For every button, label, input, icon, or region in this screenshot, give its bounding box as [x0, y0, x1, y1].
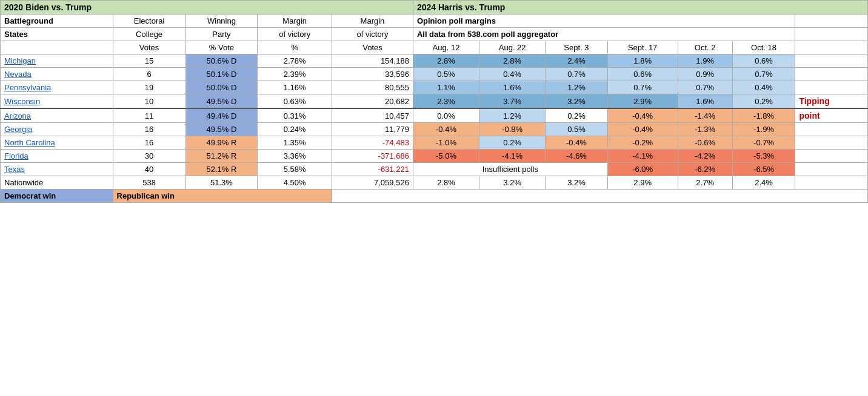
margin-votes: 33,596 [332, 68, 413, 81]
poll-sep3: -0.4% [546, 136, 607, 150]
margin-votes-label: Margin [332, 15, 413, 28]
margin-pct: 1.16% [258, 81, 332, 94]
poll-sep3: 2.4% [546, 54, 607, 68]
electoral-votes: 15 [113, 54, 185, 68]
poll-oct18: 0.6% [732, 54, 795, 68]
poll-oct2: 0.7% [678, 81, 732, 94]
nationwide-party: 51.3% [185, 176, 258, 190]
nationwide-row: Nationwide 538 51.3% 4.50% 7,059,526 2.8… [1, 176, 868, 190]
poll-sep17: -4.1% [607, 150, 678, 163]
poll-aug22: -0.8% [479, 123, 546, 136]
winning-party: 51.2% R [185, 150, 258, 163]
main-table: 2020 Biden vs. Trump 2024 Harris vs. Tru… [0, 0, 868, 203]
poll-aug12: -0.4% [413, 123, 479, 136]
poll-aug12: 0.5% [413, 68, 479, 81]
legend-dem: Democrat win [1, 190, 113, 203]
oct18-col: Oct. 18 [732, 41, 795, 54]
margin-votes: 20,682 [332, 94, 413, 109]
margin-pct: 2.39% [258, 68, 332, 81]
winning-label: Winning [185, 15, 258, 28]
table-row: Michigan1550.6% D2.78%154,1882.8%2.8%2.4… [1, 54, 868, 68]
poll-oct18: -1.8% [732, 108, 795, 123]
poll-sep17: 1.8% [607, 54, 678, 68]
tipping-point [795, 163, 868, 176]
poll-sep3: 0.2% [546, 108, 607, 123]
votes-col: Votes [113, 41, 185, 54]
poll-oct2: -1.3% [678, 123, 732, 136]
aug12-col: Aug. 12 [413, 41, 479, 54]
poll-sep17: 2.9% [607, 94, 678, 109]
poll-aug22: 1.6% [479, 81, 546, 94]
poll-aug12: 1.1% [413, 81, 479, 94]
poll-oct2: -1.4% [678, 108, 732, 123]
tipping-point: Tipping [795, 94, 868, 109]
empty-col [1, 41, 113, 54]
winning-party: 49.5% D [185, 94, 258, 109]
state-name[interactable]: Florida [1, 150, 113, 163]
state-name[interactable]: Texas [1, 163, 113, 176]
poll-sep17: 0.6% [607, 68, 678, 81]
tipping-point [795, 150, 868, 163]
electoral-votes: 19 [113, 81, 185, 94]
tipping-point [795, 68, 868, 81]
poll-oct2: -4.2% [678, 150, 732, 163]
tipping-point [795, 136, 868, 150]
state-name[interactable]: North Carolina [1, 136, 113, 150]
state-name[interactable]: Pennsylvania [1, 81, 113, 94]
margin-votes: 10,457 [332, 108, 413, 123]
opinion-poll-label: Opinion poll margins [413, 15, 795, 28]
margin-pct: 5.58% [258, 163, 332, 176]
poll-aug12: -1.0% [413, 136, 479, 150]
electoral-label: Electoral [113, 15, 185, 28]
electoral-votes: 11 [113, 108, 185, 123]
poll-oct2: -6.2% [678, 163, 732, 176]
party-label: Party [185, 28, 258, 41]
margin-votes-col: Votes [332, 41, 413, 54]
poll-oct18: -5.3% [732, 150, 795, 163]
winning-party: 49.5% D [185, 123, 258, 136]
poll-aug12: 2.8% [413, 54, 479, 68]
poll-aug22: 0.4% [479, 68, 546, 81]
nationwide-label: Nationwide [1, 176, 113, 190]
poll-sep17: -6.0% [607, 163, 678, 176]
state-name[interactable]: Arizona [1, 108, 113, 123]
poll-sep3: 1.2% [546, 81, 607, 94]
poll-sep3: 3.2% [546, 94, 607, 109]
state-name[interactable]: Nevada [1, 68, 113, 81]
poll-aug22: 2.8% [479, 54, 546, 68]
margin-votes: 80,555 [332, 81, 413, 94]
legend-rep: Republican win [113, 190, 332, 203]
nationwide-oct18: 2.4% [732, 176, 795, 190]
margin-label: Margin [258, 15, 332, 28]
electoral-votes: 30 [113, 150, 185, 163]
poll-sep17: 0.7% [607, 81, 678, 94]
tipping-point [795, 81, 868, 94]
poll-sep17: -0.2% [607, 136, 678, 150]
poll-aug22: -4.1% [479, 150, 546, 163]
poll-aug12: 2.3% [413, 94, 479, 109]
sep17-col: Sept. 17 [607, 41, 678, 54]
of-victory-label: of victory [258, 28, 332, 41]
electoral-votes: 16 [113, 123, 185, 136]
tipping-point [795, 54, 868, 68]
poll-aug12: 0.0% [413, 108, 479, 123]
state-name[interactable]: Georgia [1, 123, 113, 136]
states-label: States [1, 28, 113, 41]
tipping-point [795, 123, 868, 136]
table-row: Texas4052.1% R5.58%-631,221Insufficient … [1, 163, 868, 176]
margin-pct-col: % [258, 41, 332, 54]
state-name[interactable]: Michigan [1, 54, 113, 68]
margin-pct: 3.36% [258, 150, 332, 163]
margin-pct: 0.63% [258, 94, 332, 109]
winning-party: 50.0% D [185, 81, 258, 94]
nationwide-margin-votes: 7,059,526 [332, 176, 413, 190]
tipping-col [795, 41, 868, 54]
legend-row: Democrat win Republican win [1, 190, 868, 203]
nationwide-sep17: 2.9% [607, 176, 678, 190]
state-name[interactable]: Wisconsin [1, 94, 113, 109]
empty-header [795, 15, 868, 28]
poll-sep3: 0.5% [546, 123, 607, 136]
margin-pct: 2.78% [258, 54, 332, 68]
poll-oct2: 1.6% [678, 94, 732, 109]
of-victory2-label: of victory [332, 28, 413, 41]
